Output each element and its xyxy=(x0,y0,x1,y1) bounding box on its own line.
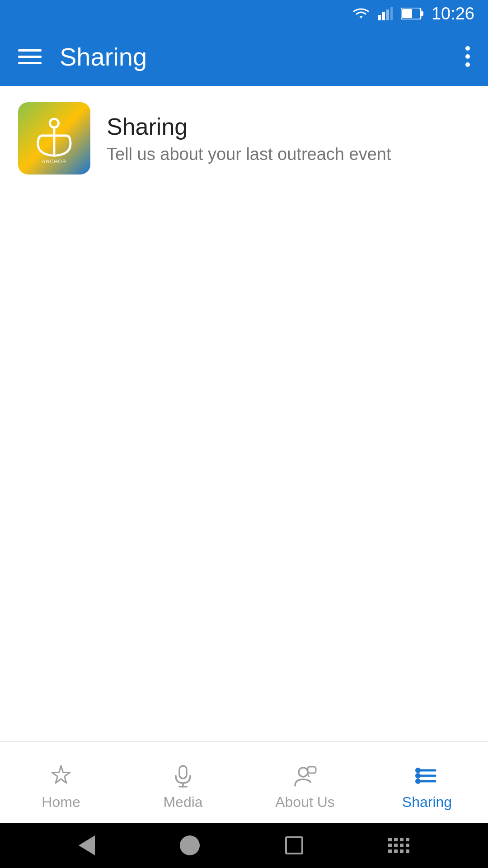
status-bar: 10:26 xyxy=(0,0,488,27)
battery-icon xyxy=(401,8,423,19)
system-nav-bar xyxy=(0,823,488,868)
svg-point-21 xyxy=(416,769,420,772)
sharing-card: ANCHOR Sharing Tell us about your last o… xyxy=(0,86,488,191)
anchor-icon: ANCHOR xyxy=(27,111,81,165)
nav-item-about-us[interactable]: About Us xyxy=(244,742,366,823)
app-bar-title: Sharing xyxy=(60,42,447,71)
sharing-icon xyxy=(414,763,440,788)
bottom-nav: Home Media About Us xyxy=(0,741,488,823)
home-button[interactable] xyxy=(180,835,200,855)
nav-label-sharing: Sharing xyxy=(402,794,452,811)
svg-point-15 xyxy=(299,768,308,777)
keyboard-button[interactable] xyxy=(388,838,409,853)
nav-label-home: Home xyxy=(42,794,80,811)
svg-rect-1 xyxy=(382,12,385,20)
svg-point-7 xyxy=(50,119,58,127)
card-title: Sharing xyxy=(107,113,391,140)
svg-marker-11 xyxy=(52,766,70,783)
nav-label-about-us: About Us xyxy=(275,794,335,811)
svg-line-17 xyxy=(308,774,309,777)
svg-text:ANCHOR: ANCHOR xyxy=(42,159,66,164)
microphone-icon xyxy=(170,763,196,788)
content-area: ANCHOR Sharing Tell us about your last o… xyxy=(0,86,488,741)
more-options-icon[interactable] xyxy=(465,46,470,67)
svg-rect-2 xyxy=(386,9,389,20)
svg-rect-3 xyxy=(390,7,393,20)
card-text: Sharing Tell us about your last outreach… xyxy=(107,113,391,164)
status-time: 10:26 xyxy=(432,4,474,24)
svg-rect-16 xyxy=(308,767,316,773)
empty-content-area xyxy=(0,191,488,741)
svg-rect-6 xyxy=(421,11,423,16)
svg-rect-5 xyxy=(402,9,412,18)
about-us-icon xyxy=(292,763,318,788)
svg-point-23 xyxy=(416,779,420,783)
hamburger-menu-icon[interactable] xyxy=(18,49,42,64)
svg-rect-12 xyxy=(179,766,187,778)
recent-apps-button[interactable] xyxy=(285,836,303,854)
recent-square-icon xyxy=(285,836,303,854)
app-bar: Sharing xyxy=(0,27,488,86)
svg-point-22 xyxy=(416,774,420,778)
signal-icon xyxy=(378,7,393,20)
home-icon xyxy=(48,763,74,788)
home-circle-icon xyxy=(180,835,200,855)
card-subtitle: Tell us about your last outreach event xyxy=(107,145,391,164)
nav-item-sharing[interactable]: Sharing xyxy=(366,742,488,823)
keyboard-dots-icon xyxy=(388,838,409,853)
nav-item-media[interactable]: Media xyxy=(122,742,244,823)
back-triangle-icon xyxy=(79,835,95,855)
wifi-icon xyxy=(352,7,370,20)
back-button[interactable] xyxy=(79,835,95,855)
status-icons: 10:26 xyxy=(352,4,474,24)
svg-rect-0 xyxy=(378,15,381,20)
nav-item-home[interactable]: Home xyxy=(0,742,122,823)
app-logo: ANCHOR xyxy=(18,102,90,175)
nav-label-media: Media xyxy=(163,794,202,811)
